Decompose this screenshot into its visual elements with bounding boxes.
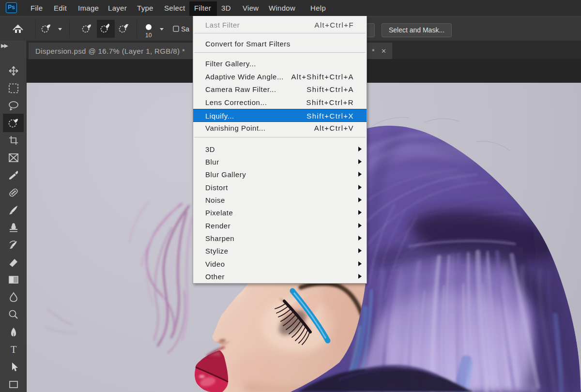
- svg-text:Sa: Sa: [181, 25, 189, 33]
- svg-text:10: 10: [145, 32, 152, 39]
- svg-text:T: T: [11, 344, 16, 355]
